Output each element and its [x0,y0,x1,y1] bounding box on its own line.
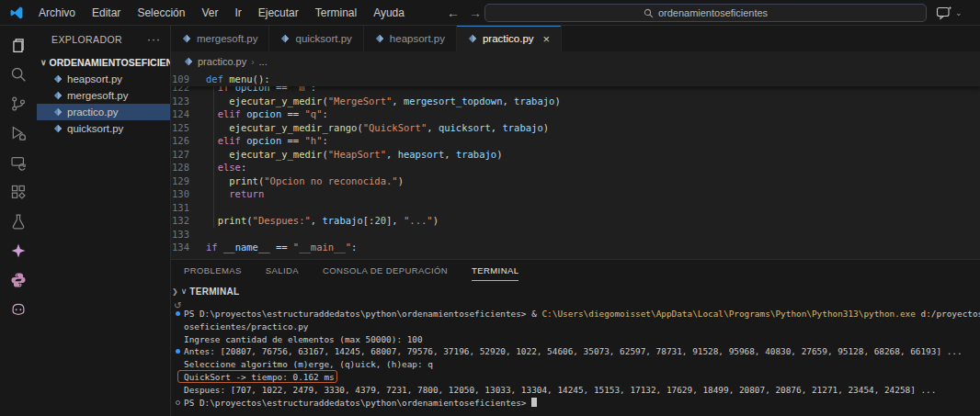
code-line: 123 ejecutar_y_medir("MergeSort", merges… [171,95,980,108]
code-editor[interactable]: 109def menu(): 122 if opcion == "m":123 … [171,72,980,259]
chevron-down-icon: ∨ [40,58,47,67]
tab-mergesoft-py[interactable]: mergesoft.py [171,26,269,51]
close-icon[interactable]: × [543,32,551,46]
line-number[interactable]: 127 [171,148,189,162]
sparkle-icon[interactable] [10,242,28,259]
code-line: 133 [171,228,980,242]
search-icon[interactable] [10,65,28,83]
line-number[interactable]: 133 [171,228,189,242]
menu-item-ir[interactable]: Ir [227,4,248,22]
folder-row[interactable]: ∨ ORDENAMIENTOSEFICIEN... [37,53,170,71]
code-text: ejecutar_y_medir_rango("QuickSort", quic… [206,121,549,135]
code-text: if __name__ == "__main__": [206,241,357,254]
titlebar: ArchivoEditarSelecciónVerIrEjecutarTermi… [0,0,980,26]
line-number[interactable]: 128 [171,161,189,174]
menu-item-terminal[interactable]: Terminal [308,4,364,22]
line-number[interactable]: 132 [171,214,189,228]
breadcrumb[interactable]: practico.py › ... [171,51,980,72]
tab-label: practico.py [483,33,534,44]
file-row-heapsort-py[interactable]: heapsort.py [37,71,170,87]
tab-practico-py[interactable]: practico.py× [457,26,562,51]
folder-name: ORDENAMIENTOSEFICIEN... [50,57,181,68]
back-arrow-icon[interactable]: ← [447,6,460,20]
terminal-output[interactable]: PS D:\proyectos\estructuraddedatos\pytho… [171,308,980,416]
history-nav: ← → [447,0,482,26]
chevron-down-icon[interactable]: ⌄ [955,8,963,17]
menu-item-ver[interactable]: Ver [194,4,225,22]
python-file-icon [53,91,63,100]
code-text: def menu(): [206,73,270,86]
python-file-icon [280,34,290,43]
menubar: ArchivoEditarSelecciónVerIrEjecutarTermi… [31,4,412,22]
panel-tab-consola-de-depuracion[interactable]: CONSOLA DE DEPURACIÓN [323,260,448,281]
chevron-right-icon[interactable]: ❯ [172,287,178,296]
search-value: ordenamientoseficientes [658,7,768,18]
python-file-icon [375,34,384,43]
panel-tab-problemas[interactable]: PROBLEMAS [184,260,242,281]
terminal-line: QuickSort -> tiempo: 0.162 ms [171,371,980,384]
code-text: else: [206,161,246,174]
line-number[interactable]: 131 [171,201,189,215]
menu-item-seleccion[interactable]: Selección [130,4,192,22]
python-file-icon [53,74,63,84]
file-row-mergesoft-py[interactable]: mergesoft.py [37,87,170,104]
code-line: 124 elif opcion == "q": [171,107,980,121]
menu-item-ejecutar[interactable]: Ejecutar [251,4,306,22]
run-debug-icon[interactable] [10,124,28,141]
breadcrumb-rest: ... [259,56,268,67]
terminal-line: Antes: [20807, 76756, 63167, 14245, 6800… [171,345,980,358]
line-number[interactable]: 129 [171,174,189,188]
code-line: 127 ejecutar_y_medir("HeapSort", heapsor… [171,148,980,162]
line-number[interactable]: 134 [171,241,189,254]
code-line: 130 return [171,187,980,201]
line-number[interactable]: 125 [171,121,189,135]
menu-item-archivo[interactable]: Archivo [31,4,83,22]
panel-tab-terminal[interactable]: TERMINAL [472,260,518,281]
source-control-icon[interactable] [10,95,28,112]
sticky-scroll-line[interactable]: 109def menu(): [171,72,980,86]
copilot-chat-icon[interactable] [936,6,953,20]
tab-bar: mergesoft.pyquicksort.pyheapsort.pypract… [171,26,980,51]
tab-label: heapsort.py [390,33,445,44]
search-input[interactable]: ordenamientoseficientes [484,4,927,22]
file-row-quicksort-py[interactable]: quicksort.py [37,120,170,137]
terminal-line: Ingrese cantidad de elementos (max 50000… [171,333,980,346]
annotation-box [177,370,337,383]
line-number[interactable]: 130 [171,187,189,201]
testing-icon[interactable] [10,212,28,230]
code-line: 134if __name__ == "__main__": [171,241,980,254]
terminal-line: PS D:\proyectos\estructuraddedatos\pytho… [171,397,980,410]
terminal-section-header[interactable]: ❯ ∨ TERMINAL [171,285,239,298]
tab-label: mergesoft.py [197,33,257,44]
tab-quicksort-py[interactable]: quicksort.py [269,26,363,51]
line-number[interactable]: 109 [171,73,189,86]
python-icon[interactable] [10,271,28,288]
panel-tab-salida[interactable]: SALIDA [266,260,299,281]
code-text: return [206,187,264,201]
file-name: quicksort.py [67,123,123,134]
copilot-icon[interactable] [10,300,28,318]
remote-icon[interactable] [10,153,28,171]
code-text: print("Despues:", trabajo[:20], "...") [206,214,439,228]
tab-heapsort-py[interactable]: heapsort.py [364,26,457,51]
terminal-line: Despues: [707, 1022, 2479, 3330, 4379, 7… [171,384,980,397]
file-name: mergesoft.py [67,90,128,101]
code-text: ejecutar_y_medir("MergeSort", mergesort_… [206,95,561,108]
extensions-icon[interactable] [10,183,28,200]
code-line: 132 print("Despues:", trabajo[:20], "...… [171,214,980,228]
terminal-line: Seleccione algoritmo (m)erge, (q)uick, (… [171,358,980,371]
chevron-down-icon: ∨ [181,287,188,296]
forward-arrow-icon[interactable]: → [469,6,482,20]
line-number[interactable]: 126 [171,134,189,148]
command-success-icon [176,311,180,316]
file-row-practico-py[interactable]: practico.py [37,104,170,120]
breadcrumb-file: practico.py [198,56,246,67]
vscode-logo-icon [9,6,24,20]
explorer-more-actions-icon[interactable]: ··· [147,33,161,46]
menu-item-editar[interactable]: Editar [85,4,128,22]
line-number[interactable]: 123 [171,95,189,108]
files-icon[interactable] [10,36,28,53]
editor-group: mergesoft.pyquicksort.pyheapsort.pypract… [170,26,980,416]
line-number[interactable]: 124 [171,107,189,121]
menu-item-ayuda[interactable]: Ayuda [366,4,412,22]
